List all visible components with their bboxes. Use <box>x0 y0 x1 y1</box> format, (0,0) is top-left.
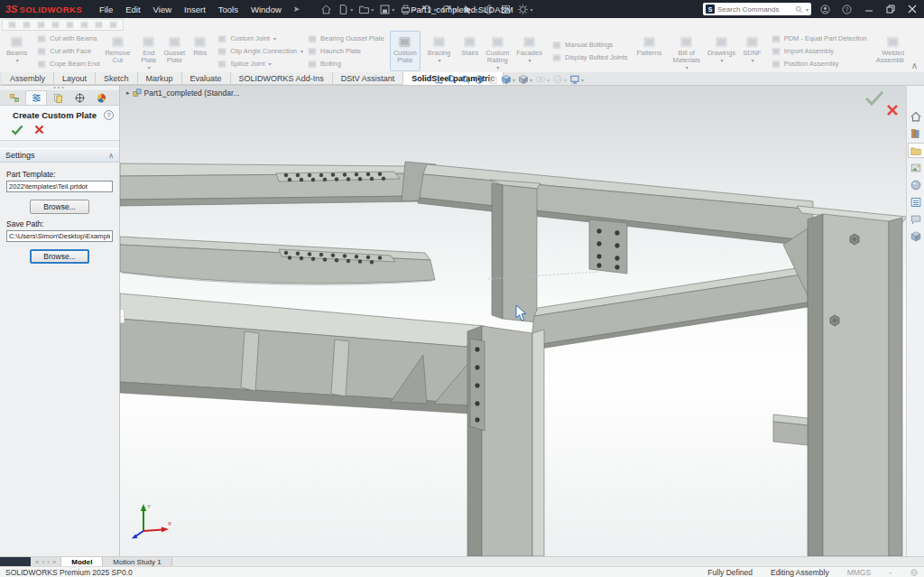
markup-annotation-tool-5-icon[interactable] <box>65 20 75 30</box>
configurationmanager-tab[interactable] <box>47 90 69 105</box>
tab-solidworks-add-ins[interactable]: SOLIDWORKS Add-Ins <box>231 72 333 85</box>
qa-home-icon[interactable] <box>319 3 333 16</box>
graphics-viewport[interactable]: ▸ Part1_completed (Standar... <box>120 86 906 556</box>
markup-annotation-tool-2-icon[interactable] <box>22 20 32 30</box>
section-view-icon[interactable] <box>474 74 485 85</box>
resources-home-icon[interactable] <box>908 108 924 124</box>
tab-splitter[interactable] <box>0 557 31 566</box>
appearances-scenes-icon[interactable] <box>908 177 924 192</box>
markup-annotation-tool-8-icon[interactable] <box>108 20 118 30</box>
ribbon-button-end-plate[interactable]: End Plate▾ <box>137 31 160 71</box>
model-tab-model[interactable]: Model <box>61 557 103 566</box>
menu-tools[interactable]: Tools <box>212 2 245 17</box>
pin-menu-icon[interactable]: ➤ <box>293 5 300 14</box>
tab-layout[interactable]: Layout <box>54 72 96 85</box>
pane-splitter-handle[interactable] <box>120 309 125 323</box>
feature-tree-flyout[interactable]: ▸ Part1_completed (Standar... <box>126 88 239 98</box>
search-icon[interactable] <box>795 5 803 14</box>
markup-annotation-tool-3-icon[interactable] <box>36 20 46 30</box>
menu-edit[interactable]: Edit <box>119 2 146 17</box>
menu-view[interactable]: View <box>147 2 178 17</box>
ribbon-button-cut-with-face[interactable]: Cut with Face <box>36 45 99 57</box>
tab-nav-button[interactable]: › <box>47 558 50 566</box>
steel-frame-model[interactable] <box>120 86 906 556</box>
ribbon-button-pdm-equal-part-detection[interactable]: PDM - Equal Part Detection <box>771 33 867 44</box>
model-tab-motion-study-1[interactable]: Motion Study 1 <box>103 557 171 566</box>
menu-file[interactable]: File <box>93 2 119 17</box>
qa-open-icon[interactable]: ▾ <box>357 3 374 16</box>
status-mmgs[interactable]: MMGS <box>847 568 871 577</box>
displaymanager-tab[interactable] <box>90 90 112 105</box>
ribbon-button-facades[interactable]: Facades▾ <box>513 31 546 71</box>
ribbon-button-sdnf[interactable]: SDNF▾ <box>739 31 764 71</box>
ribbon-button-display-bolted-joints[interactable]: Display Bolted Joints <box>551 51 628 63</box>
propertymanager-tab[interactable] <box>25 90 47 105</box>
tab-nav-button[interactable]: ‹ <box>42 558 44 566</box>
ribbon-button-custom-joint[interactable]: Custom Joint▾ <box>217 33 303 44</box>
ribbon-button-bill-of-materials[interactable]: Bill of Materials▾ <box>670 31 704 71</box>
tab-navigation-buttons[interactable]: «‹›» <box>31 557 61 566</box>
ribbon-button-position-assembly[interactable]: Position Assembly <box>771 58 867 70</box>
view-palette-icon[interactable] <box>908 160 924 175</box>
ribbon-collapse-icon[interactable]: ∧ <box>911 62 918 70</box>
markup-annotation-tool-6-icon[interactable] <box>79 20 89 30</box>
part-template-field[interactable] <box>6 181 113 192</box>
minimize-button[interactable] <box>861 3 876 15</box>
markup-annotation-tool-1-icon[interactable] <box>7 20 17 30</box>
display-style-icon[interactable]: ▾ <box>518 74 532 85</box>
qa-new-document-icon[interactable]: ▾ <box>337 3 354 16</box>
3d-content-icon[interactable] <box>908 228 924 244</box>
ribbon-button-splice-joint[interactable]: Splice Joint▾ <box>217 58 303 70</box>
featuremanager-tab[interactable] <box>4 90 25 105</box>
ribbon-button-custom-railing[interactable]: Custom Railing▾ <box>482 31 513 71</box>
pm-help-icon[interactable]: ? <box>104 110 114 120</box>
ok-button[interactable] <box>11 125 23 135</box>
status-globe-icon[interactable] <box>910 568 919 577</box>
custom-properties-icon[interactable] <box>908 194 924 209</box>
ribbon-button-stairs[interactable]: Stairs <box>457 31 482 71</box>
previous-view-icon[interactable] <box>460 74 471 85</box>
browse-template-button[interactable]: Browse... <box>30 200 89 214</box>
ribbon-button-clip-angle-connection[interactable]: Clip Angle Connection▾ <box>217 45 303 57</box>
forum-icon[interactable] <box>908 211 924 227</box>
cancel-button[interactable] <box>34 125 44 135</box>
tab-evaluate[interactable]: Evaluate <box>182 72 231 85</box>
zoom-to-fit-icon[interactable] <box>433 74 444 85</box>
ribbon-button-bracing[interactable]: Bracing▾ <box>424 31 454 71</box>
ribbon-button-beams[interactable]: Beams▾ <box>3 31 31 71</box>
settings-group-header[interactable]: Settings ∧ <box>0 148 119 163</box>
flyout-label[interactable]: Part1_completed (Standar... <box>144 88 240 98</box>
ribbon-button-patterns[interactable]: Patterns <box>633 31 666 71</box>
file-explorer-icon[interactable] <box>908 143 924 158</box>
ribbon-button-custom-plate[interactable]: Custom Plate <box>390 31 420 71</box>
view-settings-icon[interactable]: ▾ <box>569 74 584 85</box>
flyout-expand-icon[interactable]: ▸ <box>126 89 130 97</box>
ribbon-button-remove-cut[interactable]: Remove Cut <box>101 31 134 71</box>
browse-save-button[interactable]: Browse... <box>30 249 89 264</box>
dimxpertmanager-tab[interactable] <box>69 90 90 105</box>
appearances-icon[interactable]: ▾ <box>552 74 567 85</box>
ribbon-button-drawings[interactable]: Drawings▾ <box>704 31 739 71</box>
qa-options-icon[interactable]: ▾ <box>516 3 533 16</box>
tab-dstv-assistant[interactable]: DStV Assistant <box>333 72 404 85</box>
ribbon-button-import-assembly[interactable]: Import Assembly <box>771 45 867 57</box>
confirmation-corner[interactable] <box>864 89 901 120</box>
search-commands-box[interactable]: S ▾ <box>703 3 811 15</box>
close-button[interactable] <box>904 3 919 15</box>
markup-annotation-tool-4-icon[interactable] <box>51 20 60 30</box>
tab-sketch[interactable]: Sketch <box>96 72 138 85</box>
restore-button[interactable] <box>882 3 898 15</box>
view-orientation-icon[interactable]: ▾ <box>501 74 515 85</box>
collapse-group-icon[interactable]: ∧ <box>108 152 114 160</box>
ribbon-button-ribs[interactable]: Ribs <box>189 31 211 71</box>
zoom-to-area-icon[interactable] <box>447 74 457 85</box>
user-account-icon[interactable] <box>818 3 833 15</box>
design-library-icon[interactable] <box>908 126 924 141</box>
ribbon-button-bearing-gusset-plate[interactable]: Bearing Gusset Plate <box>307 33 384 44</box>
help-icon[interactable]: ? <box>839 3 855 15</box>
markup-annotation-tool-7-icon[interactable] <box>94 20 104 30</box>
tab-nav-button[interactable]: » <box>52 558 56 566</box>
annotations-icon[interactable] <box>487 74 498 85</box>
ribbon-button-haunch-plate[interactable]: Haunch Plate <box>307 45 384 57</box>
tab-markup[interactable]: Markup <box>138 72 182 85</box>
